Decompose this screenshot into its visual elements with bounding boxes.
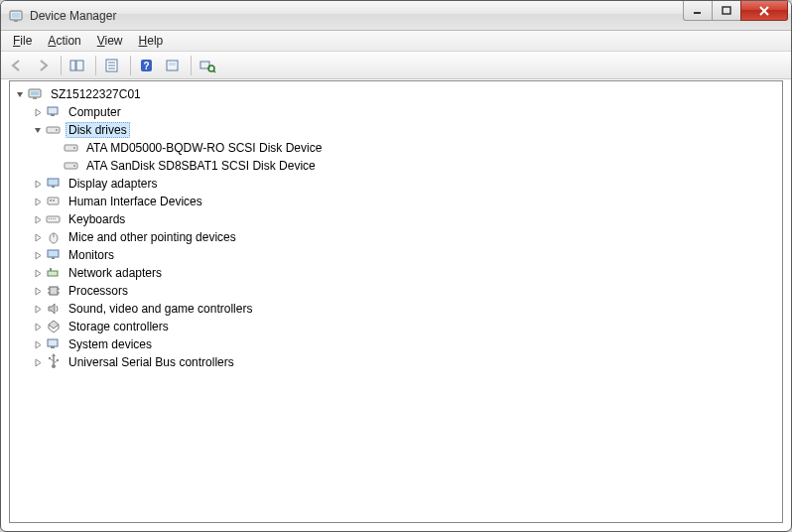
tree-item-disk-2[interactable]: ATA SanDisk SD8SBAT1 SCSI Disk Device xyxy=(50,157,782,175)
tree-root[interactable]: SZ15122327C01 xyxy=(14,85,782,103)
svg-point-58 xyxy=(49,357,51,359)
collapse-icon[interactable] xyxy=(14,88,26,100)
disk-icon xyxy=(64,140,79,156)
svg-rect-39 xyxy=(53,218,54,219)
minimize-button[interactable] xyxy=(683,1,713,21)
disk-icon xyxy=(64,158,79,174)
hid-icon xyxy=(46,194,62,209)
node-label: Universal Serial Bus controllers xyxy=(66,354,237,370)
properties-button[interactable] xyxy=(100,55,124,76)
expand-icon[interactable] xyxy=(32,303,44,315)
storage-icon xyxy=(46,319,62,334)
expand-icon[interactable] xyxy=(32,356,44,368)
tree-item-storage[interactable]: Storage controllers xyxy=(32,318,782,335)
window-controls xyxy=(684,1,788,21)
svg-rect-46 xyxy=(50,268,52,271)
svg-rect-7 xyxy=(70,61,75,70)
tree-item-monitors[interactable]: Monitors xyxy=(32,246,782,264)
svg-text:?: ? xyxy=(143,61,149,71)
svg-rect-47 xyxy=(50,287,58,295)
node-label: ATA MD05000-BQDW-RO SCSI Disk Device xyxy=(83,140,325,156)
menu-file[interactable]: File xyxy=(5,32,40,50)
disk-icon xyxy=(46,122,62,138)
tree-item-mice[interactable]: Mice and other pointing devices xyxy=(32,228,782,246)
node-label: Monitors xyxy=(66,247,117,263)
svg-rect-38 xyxy=(51,218,52,219)
svg-rect-40 xyxy=(55,218,56,219)
tree-item-keyboards[interactable]: Keyboards xyxy=(32,210,782,228)
tree-item-disk-drives[interactable]: Disk drives xyxy=(32,121,782,139)
node-label: ATA SanDisk SD8SBAT1 SCSI Disk Device xyxy=(83,158,319,174)
node-label: System devices xyxy=(66,336,155,352)
scan-hardware-button[interactable] xyxy=(196,55,219,76)
menu-help[interactable]: Help xyxy=(131,32,172,50)
toolbar-separator xyxy=(130,56,131,75)
tree-item-usb[interactable]: Universal Serial Bus controllers xyxy=(32,353,782,371)
svg-rect-32 xyxy=(52,186,55,188)
svg-rect-53 xyxy=(51,346,55,348)
svg-point-34 xyxy=(50,200,52,201)
cpu-icon xyxy=(46,283,62,299)
expand-icon[interactable] xyxy=(32,267,44,279)
speaker-icon xyxy=(46,301,62,317)
close-button[interactable] xyxy=(740,1,788,21)
node-label: Sound, video and game controllers xyxy=(66,301,255,317)
back-button[interactable] xyxy=(5,55,29,76)
expand-icon[interactable] xyxy=(32,285,44,297)
toolbar-button[interactable] xyxy=(161,55,185,76)
tree-item-hid[interactable]: Human Interface Devices xyxy=(32,193,782,210)
tree-item-computer[interactable]: Computer xyxy=(32,103,782,121)
tree-item-processors[interactable]: Processors xyxy=(32,282,782,300)
svg-rect-23 xyxy=(48,107,58,114)
menu-action[interactable]: Action xyxy=(40,32,88,50)
menubar: File Action View Help xyxy=(1,31,791,52)
usb-icon xyxy=(46,354,62,370)
svg-rect-59 xyxy=(57,359,59,361)
expand-icon[interactable] xyxy=(32,321,44,332)
node-label: Disk drives xyxy=(66,122,130,138)
svg-rect-52 xyxy=(48,339,58,346)
svg-point-35 xyxy=(53,200,55,201)
app-icon xyxy=(9,8,25,24)
svg-rect-4 xyxy=(723,7,730,14)
help-button[interactable]: ? xyxy=(135,55,159,76)
display-icon xyxy=(46,176,62,192)
monitor-icon xyxy=(46,247,62,263)
toolbar-separator xyxy=(61,56,62,75)
tree-item-disk-1[interactable]: ATA MD05000-BQDW-RO SCSI Disk Device xyxy=(50,139,782,157)
expand-icon[interactable] xyxy=(32,213,44,225)
forward-button[interactable] xyxy=(31,55,55,76)
svg-rect-21 xyxy=(31,91,39,95)
tree-item-network[interactable]: Network adapters xyxy=(32,264,782,282)
device-manager-window: Device Manager File Action View Help xyxy=(0,0,792,532)
node-label: SZ15122327C01 xyxy=(48,86,144,102)
svg-rect-44 xyxy=(52,257,55,259)
mouse-icon xyxy=(46,229,62,245)
menu-view[interactable]: View xyxy=(89,32,131,50)
expand-icon[interactable] xyxy=(32,196,44,207)
svg-rect-43 xyxy=(48,250,59,257)
maximize-button[interactable] xyxy=(712,1,741,21)
node-label: Storage controllers xyxy=(66,319,172,334)
expand-icon[interactable] xyxy=(32,178,44,190)
expand-icon[interactable] xyxy=(32,231,44,243)
titlebar[interactable]: Device Manager xyxy=(1,1,791,31)
svg-line-19 xyxy=(213,70,215,72)
toolbar: ? xyxy=(1,52,791,79)
expand-icon[interactable] xyxy=(32,249,44,261)
tree-item-sound[interactable]: Sound, video and game controllers xyxy=(32,300,782,318)
expand-icon[interactable] xyxy=(32,106,44,118)
expand-icon[interactable] xyxy=(32,338,44,350)
toolbar-separator xyxy=(191,56,192,75)
device-tree[interactable]: SZ15122327C01 Computer xyxy=(9,80,783,523)
svg-rect-27 xyxy=(65,145,77,151)
network-icon xyxy=(46,265,62,281)
computer-icon xyxy=(46,104,62,120)
tree-item-system[interactable]: System devices xyxy=(32,335,782,353)
collapse-icon[interactable] xyxy=(32,124,44,136)
show-hide-tree-button[interactable] xyxy=(66,55,89,76)
tree-item-display-adapters[interactable]: Display adapters xyxy=(32,175,782,193)
node-label: Network adapters xyxy=(66,265,165,281)
svg-rect-2 xyxy=(14,20,18,22)
svg-rect-25 xyxy=(47,127,60,133)
